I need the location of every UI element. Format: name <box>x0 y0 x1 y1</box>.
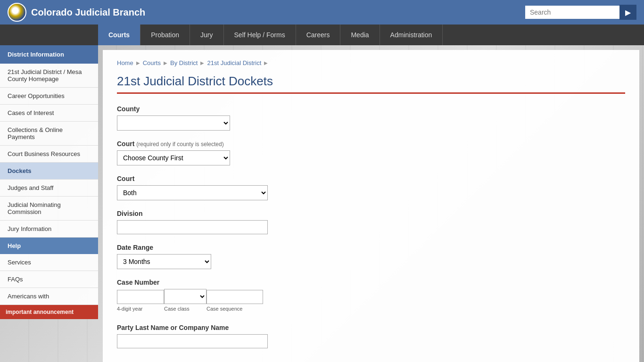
nav-item-jury[interactable]: Jury <box>190 25 223 45</box>
breadcrumb-sep-1: ▶ <box>136 60 140 66</box>
sidebar-item-collections[interactable]: Collections & Online Payments <box>0 122 98 146</box>
breadcrumb-courts[interactable]: Courts <box>143 59 161 66</box>
content-area: Home ▶ Courts ▶ By District ▶ 21st Judic… <box>98 45 644 362</box>
case-number-label: Case Number <box>117 279 625 286</box>
search-bar: ▶ <box>525 5 636 20</box>
search-button[interactable]: ▶ <box>619 5 636 20</box>
case-seq-field: Case sequence <box>206 290 263 314</box>
case-seq-label: Case sequence <box>206 306 263 312</box>
county-group: County Mesa <box>117 105 625 131</box>
nav-item-careers[interactable]: Careers <box>296 25 341 45</box>
sidebar-item-americans[interactable]: Americans with <box>0 288 98 305</box>
nav-item-courts[interactable]: Courts <box>98 25 140 45</box>
nav-item-probation[interactable]: Probation <box>140 25 190 45</box>
court-group: Court Both District Court County Court <box>117 175 625 200</box>
case-number-row: 4-digit year CV CR DR JV Case class <box>117 289 625 314</box>
party-name-label: Party Last Name or Company Name <box>117 324 625 331</box>
party-name-group: Party Last Name or Company Name <box>117 324 625 348</box>
logo-area: Colorado Judicial Branch <box>8 3 525 22</box>
sidebar-help-header: Help <box>0 238 98 254</box>
announcement-bar[interactable]: important announcement <box>0 305 98 319</box>
case-year-label: 4-digit year <box>117 306 164 312</box>
case-class-label: Case class <box>164 306 206 312</box>
breadcrumb-sep-3: ▶ <box>200 60 204 66</box>
court-required-group: Court (required only if county is select… <box>117 140 625 165</box>
sidebar-item-services[interactable]: Services <box>0 254 98 271</box>
sidebar-item-faqs[interactable]: FAQs <box>0 271 98 288</box>
sidebar-district-header: District Information <box>0 45 98 64</box>
court-required-select[interactable]: Choose County First District Court Count… <box>117 150 230 165</box>
court-label: Court <box>117 175 625 182</box>
sidebar-item-cases[interactable]: Cases of Interest <box>0 105 98 122</box>
search-input[interactable] <box>525 6 619 19</box>
sidebar-item-business[interactable]: Court Business Resources <box>0 146 98 163</box>
sidebar-item-dockets[interactable]: Dockets <box>0 163 98 180</box>
site-logo <box>8 3 26 22</box>
division-group: Division <box>117 210 625 234</box>
case-class-field: CV CR DR JV Case class <box>164 289 206 314</box>
case-year-input[interactable] <box>117 290 164 304</box>
sidebar-item-jury-info[interactable]: Jury Information <box>0 221 98 238</box>
division-input[interactable] <box>117 220 268 234</box>
date-range-select[interactable]: 1 Month 3 Months 6 Months 12 Months <box>117 254 211 269</box>
court-select[interactable]: Both District Court County Court <box>117 185 268 200</box>
date-range-label: Date Range <box>117 244 625 251</box>
party-name-input[interactable] <box>117 334 268 348</box>
sidebar-item-career[interactable]: Career Opportunities <box>0 88 98 105</box>
breadcrumb-sep-2: ▶ <box>164 60 167 66</box>
nav-item-media[interactable]: Media <box>340 25 380 45</box>
page-title: 21st Judicial District Dockets <box>117 74 625 94</box>
breadcrumb-by-district[interactable]: By District <box>170 59 198 66</box>
sidebar-item-judges[interactable]: Judges and Staff <box>0 180 98 197</box>
division-label: Division <box>117 210 625 217</box>
site-title: Colorado Judicial Branch <box>31 7 145 18</box>
county-select[interactable]: Mesa <box>117 115 230 131</box>
breadcrumb: Home ▶ Courts ▶ By District ▶ 21st Judic… <box>117 59 625 66</box>
case-class-select[interactable]: CV CR DR JV <box>164 289 206 304</box>
main-nav: Courts Probation Jury Self Help / Forms … <box>0 25 644 45</box>
sidebar-item-judicial-nom[interactable]: Judicial Nominating Commission <box>0 197 98 221</box>
breadcrumb-sep-4: ▶ <box>264 60 268 66</box>
court-required-label: Court (required only if county is select… <box>117 140 625 148</box>
sidebar: District Information 21st Judicial Distr… <box>0 45 98 362</box>
breadcrumb-home[interactable]: Home <box>117 59 133 66</box>
nav-item-selfhelp[interactable]: Self Help / Forms <box>224 25 296 45</box>
case-number-group: Case Number 4-digit year CV CR DR JV <box>117 279 625 314</box>
breadcrumb-21st[interactable]: 21st Judicial District <box>207 59 261 66</box>
date-range-group: Date Range 1 Month 3 Months 6 Months 12 … <box>117 244 625 269</box>
nav-item-administration[interactable]: Administration <box>380 25 443 45</box>
content-inner: Home ▶ Courts ▶ By District ▶ 21st Judic… <box>103 50 639 362</box>
case-seq-input[interactable] <box>206 290 263 304</box>
site-header: Colorado Judicial Branch ▶ <box>0 0 644 25</box>
court-sub-label: (required only if county is selected) <box>136 141 223 148</box>
county-label: County <box>117 105 625 113</box>
main-layout: District Information 21st Judicial Distr… <box>0 45 644 362</box>
case-year-field: 4-digit year <box>117 290 164 314</box>
sidebar-item-homepage[interactable]: 21st Judicial District / Mesa County Hom… <box>0 64 98 88</box>
